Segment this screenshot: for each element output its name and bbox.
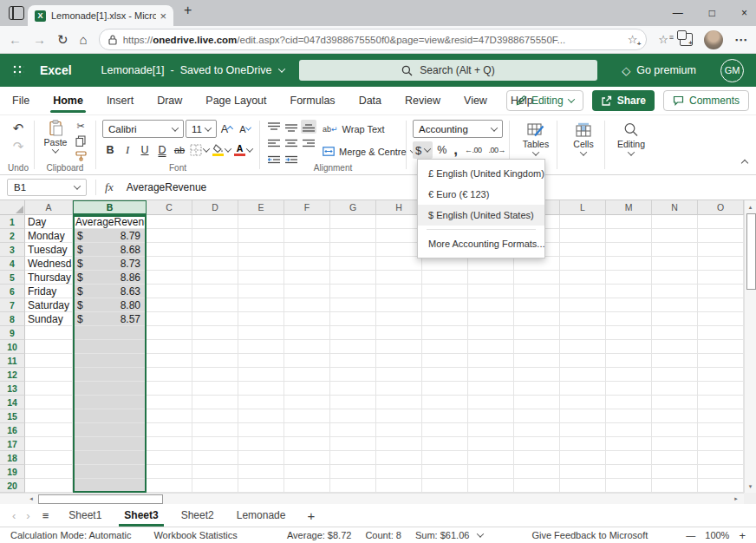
- cell-O10[interactable]: [698, 340, 744, 354]
- cell-J10[interactable]: [468, 340, 514, 354]
- cell-H6[interactable]: [376, 285, 422, 298]
- scroll-left-icon[interactable]: ◂: [25, 494, 37, 504]
- cell-H14[interactable]: [376, 396, 422, 409]
- workbook-statistics[interactable]: Workbook Statistics: [153, 530, 237, 540]
- cell-M3[interactable]: [606, 243, 652, 257]
- cell-L13[interactable]: [560, 382, 606, 396]
- cell-J19[interactable]: [468, 465, 514, 479]
- app-launcher-icon[interactable]: [12, 64, 24, 76]
- cell-N13[interactable]: [652, 382, 698, 396]
- cell-E16[interactable]: [238, 423, 284, 437]
- cell-I14[interactable]: [422, 396, 468, 409]
- cell-J4[interactable]: [468, 257, 514, 271]
- cell-O3[interactable]: [698, 243, 744, 257]
- cell-D8[interactable]: [192, 312, 238, 326]
- cell-D19[interactable]: [192, 465, 238, 479]
- column-header-F[interactable]: F: [284, 200, 330, 215]
- cell-M17[interactable]: [606, 437, 652, 451]
- cell-C15[interactable]: [147, 409, 192, 423]
- cell-E15[interactable]: [238, 409, 284, 423]
- cell-J15[interactable]: [468, 409, 514, 423]
- cell-D4[interactable]: [192, 257, 238, 271]
- cell-I10[interactable]: [422, 340, 468, 354]
- format-painter-icon[interactable]: [72, 149, 89, 162]
- tables-button[interactable]: Tables: [516, 120, 556, 156]
- cell-H11[interactable]: [376, 354, 422, 368]
- browser-tab[interactable]: X Lemonade[1].xlsx - Microsoft Exc ×: [28, 5, 173, 26]
- cell-F4[interactable]: [284, 257, 330, 271]
- cell-F13[interactable]: [284, 382, 330, 396]
- row-header-9[interactable]: 9: [0, 326, 25, 340]
- cell-G1[interactable]: [330, 215, 376, 229]
- cell-H13[interactable]: [376, 382, 422, 396]
- cell-C19[interactable]: [147, 465, 192, 479]
- cell-G3[interactable]: [330, 243, 376, 257]
- cell-E7[interactable]: [238, 298, 284, 312]
- cell-O4[interactable]: [698, 257, 744, 271]
- row-header-12[interactable]: 12: [0, 368, 25, 382]
- cell-N14[interactable]: [652, 396, 698, 409]
- cell-F11[interactable]: [284, 354, 330, 368]
- row-header-14[interactable]: 14: [0, 396, 25, 409]
- cell-A16[interactable]: [25, 423, 73, 437]
- cell-L5[interactable]: [560, 271, 606, 285]
- align-left-icon[interactable]: [266, 136, 282, 150]
- cell-B17[interactable]: [73, 437, 147, 451]
- cell-I15[interactable]: [422, 409, 468, 423]
- scroll-down-icon[interactable]: ▾: [745, 481, 756, 492]
- cell-K20[interactable]: [514, 479, 560, 493]
- cell-O8[interactable]: [698, 312, 744, 326]
- increase-decimal-button[interactable]: ←.00: [462, 141, 485, 159]
- cell-I12[interactable]: [422, 368, 468, 382]
- cell-J7[interactable]: [468, 298, 514, 312]
- wrap-text-button[interactable]: ab↵ Wrap Text: [323, 120, 416, 138]
- cell-C18[interactable]: [147, 451, 192, 465]
- row-header-4[interactable]: 4: [0, 257, 25, 271]
- cell-D10[interactable]: [192, 340, 238, 354]
- cell-E17[interactable]: [238, 437, 284, 451]
- cell-C13[interactable]: [147, 382, 192, 396]
- cell-G4[interactable]: [330, 257, 376, 271]
- cell-B16[interactable]: [73, 423, 147, 437]
- cell-J6[interactable]: [468, 285, 514, 298]
- cell-C20[interactable]: [147, 479, 192, 493]
- cell-J17[interactable]: [468, 437, 514, 451]
- cell-A6[interactable]: Friday: [25, 285, 73, 298]
- cell-O13[interactable]: [698, 382, 744, 396]
- cell-K7[interactable]: [514, 298, 560, 312]
- cell-N11[interactable]: [652, 354, 698, 368]
- cell-D18[interactable]: [192, 451, 238, 465]
- cell-M12[interactable]: [606, 368, 652, 382]
- cut-icon[interactable]: ✂: [72, 120, 89, 133]
- cell-B5[interactable]: $8.86: [73, 271, 147, 285]
- cell-D5[interactable]: [192, 271, 238, 285]
- cell-D11[interactable]: [192, 354, 238, 368]
- cell-L7[interactable]: [560, 298, 606, 312]
- cell-L12[interactable]: [560, 368, 606, 382]
- cell-C16[interactable]: [147, 423, 192, 437]
- cell-K8[interactable]: [514, 312, 560, 326]
- cell-K12[interactable]: [514, 368, 560, 382]
- cell-F14[interactable]: [284, 396, 330, 409]
- cell-I8[interactable]: [422, 312, 468, 326]
- cell-N3[interactable]: [652, 243, 698, 257]
- row-header-1[interactable]: 1: [0, 215, 25, 229]
- cell-N5[interactable]: [652, 271, 698, 285]
- cell-O20[interactable]: [698, 479, 744, 493]
- row-header-20[interactable]: 20: [0, 479, 25, 493]
- back-icon[interactable]: ←: [9, 33, 22, 46]
- cell-O11[interactable]: [698, 354, 744, 368]
- cell-A14[interactable]: [25, 396, 73, 409]
- grow-font-button[interactable]: A: [218, 121, 235, 138]
- cell-H12[interactable]: [376, 368, 422, 382]
- cell-F10[interactable]: [284, 340, 330, 354]
- add-favorite-icon[interactable]: ☆: [628, 33, 638, 46]
- cell-H7[interactable]: [376, 298, 422, 312]
- cell-B10[interactable]: [73, 340, 147, 354]
- row-header-6[interactable]: 6: [0, 285, 25, 298]
- window-minimize-button[interactable]: —: [673, 7, 683, 19]
- cell-C3[interactable]: [147, 243, 192, 257]
- cell-O15[interactable]: [698, 409, 744, 423]
- cell-F8[interactable]: [284, 312, 330, 326]
- browser-profile-avatar[interactable]: [704, 30, 723, 49]
